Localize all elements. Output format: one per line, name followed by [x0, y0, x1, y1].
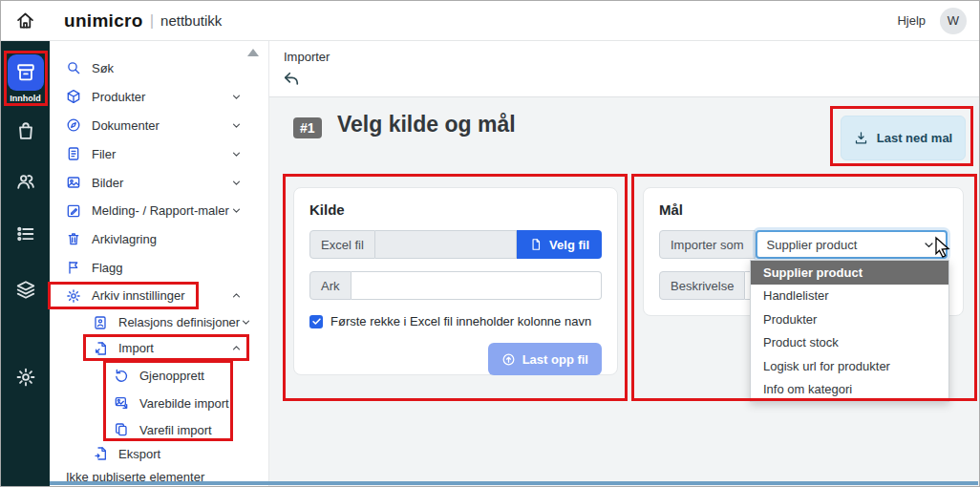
- sidebar-item-melding-rapport-maler[interactable]: Melding- / Rapport-maler: [50, 197, 268, 224]
- page-topbar: Importer: [268, 40, 979, 97]
- checkbox-checked-icon[interactable]: [309, 315, 323, 328]
- sidebar-item-dokumenter[interactable]: Dokumenter: [50, 111, 268, 139]
- sidebar-item-import[interactable]: Import: [50, 335, 268, 361]
- chevron-up-icon: [230, 289, 243, 302]
- layers-icon: [15, 279, 36, 300]
- app-header: unimicro | nettbutikk Hjelp W: [1, 1, 979, 41]
- help-link[interactable]: Hjelp: [897, 13, 926, 28]
- step-badge: #1: [293, 117, 322, 138]
- breadcrumb: Importer: [284, 50, 330, 64]
- app-logo-suffix: nettbutikk: [160, 12, 222, 29]
- import-as-selected-value: Supplier product: [767, 238, 858, 252]
- edit-icon: [66, 203, 81, 219]
- excel-file-label: Excel fil: [309, 230, 375, 259]
- dropdown-option-info-om-kategori[interactable]: Info om kategori: [751, 378, 948, 402]
- file-export-icon: [93, 446, 108, 461]
- rail-item-list[interactable]: [1, 223, 50, 244]
- cube-icon: [66, 89, 81, 104]
- excel-file-input[interactable]: [375, 230, 517, 259]
- upload-icon: [501, 352, 516, 367]
- sidebar-item-arkivlagring[interactable]: Arkivlagring: [50, 224, 268, 253]
- bottom-scrollbar[interactable]: [50, 481, 978, 485]
- maal-panel: Mål Importer som Supplier product Suppli…: [643, 187, 964, 316]
- id-badge-icon: [93, 315, 108, 330]
- dropdown-option-handlelister[interactable]: Handlelister: [751, 285, 948, 308]
- trash-icon: [66, 231, 81, 246]
- rail-item-layers[interactable]: [1, 279, 50, 300]
- sidebar-nav: Søk Produkter Dokumenter Filer Bilder Me…: [50, 53, 268, 487]
- file-import-icon: [93, 341, 108, 356]
- choose-file-button[interactable]: Velg fil: [517, 230, 602, 259]
- sidebar: Søk Produkter Dokumenter Filer Bilder Me…: [50, 40, 269, 486]
- icon-rail: Innhold: [1, 40, 50, 486]
- avatar[interactable]: W: [940, 8, 967, 34]
- users-icon: [15, 171, 36, 192]
- header-right: Hjelp W: [897, 8, 967, 34]
- upload-row: Last opp fil: [309, 343, 602, 375]
- list-icon: [15, 223, 36, 244]
- maal-title: Mål: [659, 201, 948, 218]
- header-row-checkbox-row: Første rekke i Excel fil inneholder kolo…: [309, 314, 602, 328]
- kilde-title: Kilde: [309, 201, 602, 218]
- sidebar-item-varebilde-import[interactable]: Varebilde import: [50, 390, 268, 416]
- sidebar-item-produkter[interactable]: Produkter: [50, 82, 268, 111]
- file-copy-icon: [114, 422, 129, 437]
- sheet-row: Ark: [309, 271, 602, 300]
- sidebar-item-søk[interactable]: Søk: [50, 53, 268, 82]
- document-icon: [66, 146, 81, 161]
- sheet-input[interactable]: [352, 271, 603, 300]
- chevron-down-icon: [230, 148, 243, 160]
- import-as-select[interactable]: Supplier product: [756, 230, 948, 259]
- download-template-label: Last ned mal: [877, 131, 952, 145]
- import-as-label: Importer som: [659, 230, 756, 259]
- logo-divider: |: [150, 11, 154, 31]
- app-logo: unimicro: [64, 11, 143, 32]
- dropdown-option-logisk-url-for-produkter[interactable]: Logisk url for produkter: [751, 354, 948, 378]
- chevron-down-icon: [230, 204, 243, 217]
- sidebar-item-gjenopprett[interactable]: Gjenopprett: [50, 361, 268, 390]
- sidebar-item-eksport[interactable]: Eksport: [50, 443, 268, 464]
- archive-icon: [8, 54, 44, 91]
- bag-icon: [15, 120, 36, 141]
- import-as-row: Importer som Supplier product Supplier p…: [659, 230, 948, 259]
- upload-file-label: Last opp fil: [522, 352, 588, 367]
- gear-icon: [66, 288, 81, 304]
- dropdown-option-product-stock[interactable]: Product stock: [751, 331, 948, 355]
- upload-file-button[interactable]: Last opp fil: [488, 343, 602, 375]
- rail-item-users[interactable]: [1, 171, 50, 192]
- download-icon: [854, 131, 868, 145]
- back-icon[interactable]: [282, 70, 301, 89]
- choose-file-label: Velg fil: [549, 238, 589, 252]
- rail-item-innhold[interactable]: Innhold: [1, 54, 50, 103]
- description-label: Beskrivelse: [659, 271, 745, 300]
- image-icon: [66, 175, 81, 190]
- restore-icon: [114, 368, 129, 383]
- chevron-down-icon: [230, 91, 243, 103]
- sidebar-item-bilder[interactable]: Bilder: [50, 168, 268, 197]
- download-template-button[interactable]: Last ned mal: [841, 116, 966, 160]
- compass-icon: [66, 117, 81, 133]
- dropdown-option-supplier-product[interactable]: Supplier product: [751, 261, 948, 285]
- dropdown-option-produkter[interactable]: Produkter: [751, 307, 948, 331]
- excel-file-row: Excel fil Velg fil: [309, 230, 602, 259]
- sidebar-item-flagg[interactable]: Flagg: [50, 253, 268, 282]
- chevron-down-icon: [230, 119, 243, 132]
- checkbox-label: Første rekke i Excel fil inneholder kolo…: [330, 314, 591, 328]
- home-icon[interactable]: [15, 11, 35, 31]
- search-icon: [66, 60, 81, 75]
- rail-item-gear[interactable]: [1, 367, 50, 388]
- chevron-down-icon: [922, 238, 936, 252]
- chevron-up-icon: [230, 342, 243, 354]
- sidebar-item-arkiv-innstillinger[interactable]: Arkiv innstillinger: [50, 282, 268, 309]
- sidebar-item-relasjons-definisjoner[interactable]: Relasjons definisjoner: [50, 309, 268, 335]
- sheet-label: Ark: [309, 271, 352, 300]
- rail-item-bag[interactable]: [1, 120, 50, 141]
- chevron-down-icon: [240, 316, 252, 328]
- page-title: Velg kilde og mål: [337, 112, 516, 138]
- image-import-icon: [114, 395, 129, 411]
- file-icon: [529, 238, 543, 251]
- sidebar-item-varefil-import[interactable]: Varefil import: [50, 416, 268, 443]
- sidebar-item-filer[interactable]: Filer: [50, 139, 268, 168]
- chevron-down-icon: [230, 177, 243, 189]
- flag-icon: [66, 260, 81, 275]
